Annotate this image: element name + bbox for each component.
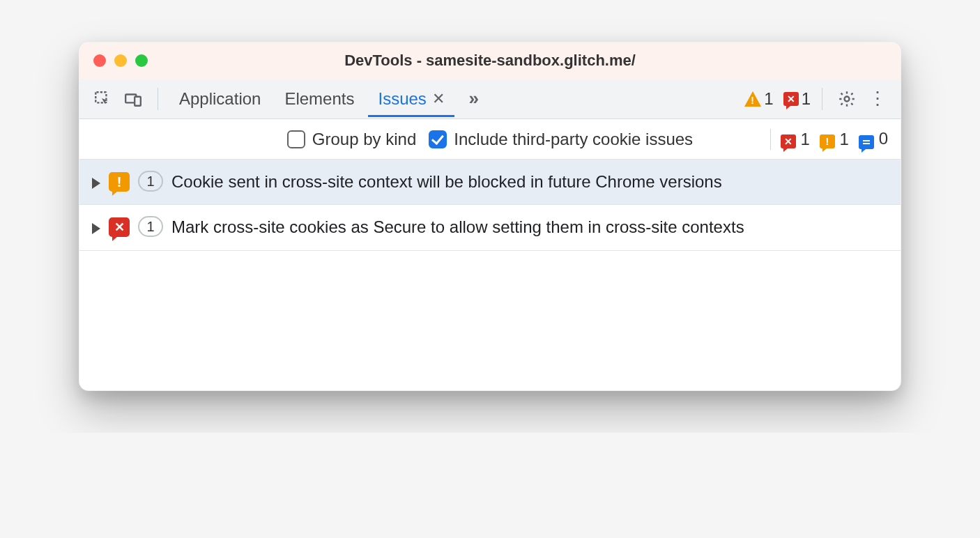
error-badge-icon: ✕ (783, 92, 799, 106)
subbar-divider (770, 129, 771, 150)
expand-icon[interactable] (92, 223, 100, 234)
toolbar-divider-2 (822, 88, 822, 110)
issue-title: Cookie sent in cross-site context will b… (171, 171, 750, 193)
header-warning-value: 1 (764, 89, 773, 109)
warning-triangle-icon (744, 91, 761, 107)
error-speech-icon: ✕ (109, 217, 130, 237)
empty-area (79, 251, 901, 390)
close-tab-icon[interactable]: ✕ (432, 90, 445, 108)
group-by-kind-toggle[interactable]: Group by kind (287, 130, 416, 149)
issues-toolbar: Group by kind Include third-party cookie… (79, 119, 901, 160)
tab-application[interactable]: Application (169, 81, 270, 117)
group-by-kind-label: Group by kind (312, 130, 416, 149)
issue-row[interactable]: ✕ 1 Mark cross-site cookies as Secure to… (79, 205, 901, 250)
settings-button[interactable] (834, 86, 860, 112)
devtools-window: DevTools - samesite-sandbox.glitch.me/ A… (79, 42, 901, 391)
include-third-party-checkbox[interactable] (429, 130, 447, 148)
filter-info-value: 0 (879, 129, 888, 148)
filter-warning-count[interactable]: ! 1 (820, 130, 849, 149)
device-toggle-icon[interactable] (120, 86, 146, 112)
traffic-lights (93, 54, 148, 67)
issue-title: Mark cross-site cookies as Secure to all… (171, 216, 772, 238)
titlebar: DevTools - samesite-sandbox.glitch.me/ (79, 43, 901, 79)
warning-speech-icon: ! (109, 172, 130, 192)
filter-error-count[interactable]: ✕ 1 (781, 130, 810, 149)
filter-info-count[interactable]: 0 (859, 129, 888, 149)
toolbar-divider (158, 88, 158, 110)
zoom-window-button[interactable] (135, 54, 148, 67)
include-third-party-toggle[interactable]: Include third-party cookie issues (429, 130, 693, 149)
tab-issues-label: Issues (378, 89, 426, 109)
header-error-value: 1 (802, 89, 811, 109)
more-tabs-button[interactable]: » (459, 86, 485, 112)
include-third-party-label: Include third-party cookie issues (454, 130, 693, 149)
issues-list: ! 1 Cookie sent in cross-site context wi… (79, 160, 901, 251)
header-error-count[interactable]: ✕ 1 (783, 89, 811, 109)
info-badge-icon (859, 135, 874, 149)
main-toolbar: Application Elements Issues ✕ » 1 ✕ 1 ⋮ (79, 79, 901, 119)
header-warning-count[interactable]: 1 (744, 89, 773, 109)
expand-icon[interactable] (92, 178, 100, 189)
warning-badge-icon: ! (820, 134, 835, 148)
tab-issues[interactable]: Issues ✕ (368, 81, 454, 117)
tab-elements[interactable]: Elements (275, 81, 364, 117)
chevron-right-icon: » (469, 88, 475, 109)
more-menu-button[interactable]: ⋮ (864, 86, 891, 112)
svg-rect-2 (135, 96, 141, 105)
minimize-window-button[interactable] (114, 54, 127, 67)
issue-count-pill: 1 (138, 171, 163, 192)
window-title: DevTools - samesite-sandbox.glitch.me/ (79, 52, 901, 70)
filter-error-value: 1 (801, 130, 810, 148)
issue-row[interactable]: ! 1 Cookie sent in cross-site context wi… (79, 160, 901, 205)
close-window-button[interactable] (93, 54, 106, 67)
error-badge-icon: ✕ (781, 134, 796, 148)
inspect-element-icon[interactable] (89, 86, 116, 112)
svg-point-3 (845, 96, 850, 101)
group-by-kind-checkbox[interactable] (287, 130, 305, 148)
filter-warning-value: 1 (840, 130, 849, 148)
issue-count-pill: 1 (138, 216, 163, 237)
